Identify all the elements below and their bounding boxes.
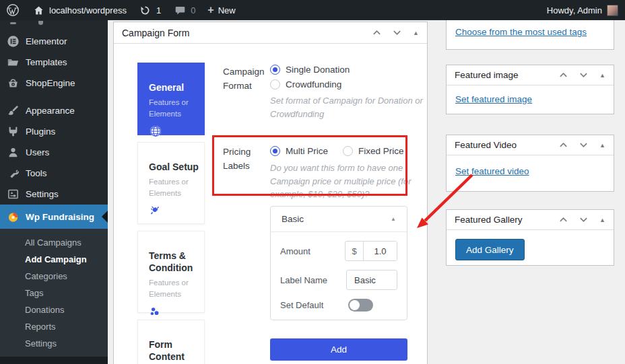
move-down-icon[interactable]: [579, 217, 588, 223]
move-up-icon[interactable]: [559, 72, 568, 78]
move-down-icon[interactable]: [579, 72, 588, 78]
radio-fixed-price[interactable]: Fixed Price: [343, 146, 404, 156]
sidebar-item-appearance[interactable]: Appearance: [0, 100, 108, 121]
sidebar-item-label: Plugins: [26, 126, 55, 137]
submenu-item-settings[interactable]: Settings: [0, 335, 108, 352]
amount-row: Amount $: [271, 241, 407, 261]
sidebar-item-label: Elementor: [26, 36, 67, 46]
submenu-item-categories[interactable]: Categories: [0, 268, 108, 285]
add-gallery-label: Add Gallery: [466, 245, 514, 255]
tab-goal-setup[interactable]: Goal Setup Features or Elements: [137, 142, 205, 224]
add-price-button[interactable]: Add: [270, 338, 407, 361]
move-down-icon[interactable]: [393, 30, 401, 36]
tab-subtitle: Features or Elements: [149, 97, 199, 119]
featured-gallery-header[interactable]: Featured Gallery ▲: [447, 210, 614, 230]
move-up-icon[interactable]: [372, 30, 381, 36]
site-name-menu[interactable]: localhost/wordpress: [26, 0, 133, 20]
submenu-item-tags[interactable]: Tags: [0, 285, 108, 301]
new-content-menu[interactable]: + New: [201, 0, 241, 20]
tab-form-content[interactable]: Form Content Features or Elements: [137, 320, 205, 364]
updates-count: 1: [156, 5, 161, 15]
submenu-item-add-campaign[interactable]: Add Campaign: [0, 251, 108, 268]
submenu-label: Add Campaign: [25, 254, 87, 264]
comments-count: 0: [191, 5, 195, 15]
sidebar-item-tools[interactable]: Tools: [0, 163, 108, 184]
label-name-input[interactable]: [346, 270, 397, 290]
sidebar-item-plugins[interactable]: Plugins: [0, 121, 108, 142]
sidebar-item-label: Users: [26, 147, 49, 157]
currency-symbol: $: [346, 242, 364, 260]
sidebar-item-shopengine[interactable]: ShopEngine: [0, 73, 108, 94]
sidebar-item-users[interactable]: Users: [0, 142, 108, 163]
move-down-icon[interactable]: [579, 142, 588, 148]
amount-input[interactable]: [364, 242, 397, 260]
featured-image-panel: Featured image ▲ Set featured image: [446, 65, 614, 114]
radio-crowdfunding[interactable]: Crowdfunding: [270, 79, 350, 89]
radio-single-donation[interactable]: Single Donation: [270, 65, 350, 75]
pricing-labels-label: Pricing Labels: [223, 145, 274, 174]
comments-menu[interactable]: 0: [167, 0, 201, 20]
radio-multi-price[interactable]: Multi Price: [270, 146, 328, 156]
set-featured-image-link[interactable]: Set featured image: [455, 94, 532, 104]
toggle-panel-icon[interactable]: ▲: [413, 30, 419, 36]
updates-icon: [139, 3, 152, 17]
submenu-label: Donations: [25, 305, 65, 315]
home-icon: [32, 3, 45, 17]
sidebar-item-elementor[interactable]: Elementor: [0, 31, 108, 52]
featured-video-header[interactable]: Featured Video ▲: [447, 135, 614, 155]
updates-menu[interactable]: 1: [133, 0, 167, 20]
radio-unselected-icon: [343, 146, 353, 156]
amount-label: Amount: [280, 246, 345, 256]
submenu-item-all-campaigns[interactable]: All Campaigns: [0, 234, 108, 251]
admin-bar: localhost/wordpress 1 0 + New Howdy, Adm…: [0, 0, 625, 20]
pricing-labels-help: Do you want this form to have one Campai…: [270, 161, 428, 201]
new-label: New: [218, 5, 236, 15]
globe-icon: [149, 129, 162, 140]
add-gallery-button[interactable]: Add Gallery: [455, 239, 525, 260]
collapse-menu-strip[interactable]: [0, 357, 108, 364]
cart-gear-icon: [6, 77, 20, 90]
sidebar-item-templates[interactable]: Templates: [0, 52, 108, 73]
launch-icon: [149, 207, 161, 218]
admin-bar-account[interactable]: Howdy, Admin: [547, 5, 625, 16]
wp-fundraising-submenu: All Campaigns Add Campaign Categories Ta…: [0, 229, 108, 357]
submenu-item-donations[interactable]: Donations: [0, 301, 108, 318]
panel-title: Featured image: [455, 70, 519, 80]
tab-title: Form Content: [149, 338, 199, 363]
elementor-icon: [6, 35, 20, 48]
label-name-row: Label Name: [271, 270, 407, 290]
price-item-header[interactable]: Basic ▲: [271, 207, 407, 232]
submenu-item-reports[interactable]: Reports: [0, 318, 108, 335]
toggle-knob: [350, 300, 360, 310]
sliders-icon: [6, 188, 20, 201]
toggle-panel-icon[interactable]: ▲: [599, 142, 605, 149]
most-used-tags-link[interactable]: Choose from the most used tags: [455, 27, 587, 37]
molecule-icon: [149, 307, 161, 319]
collapse-triangle-icon[interactable]: ▲: [391, 216, 396, 222]
tab-general[interactable]: General Features or Elements: [137, 63, 205, 135]
move-up-icon[interactable]: [559, 142, 568, 148]
tab-terms-condition[interactable]: Terms & Condition Features or Elements: [137, 231, 205, 313]
toggle-panel-icon[interactable]: ▲: [599, 72, 605, 79]
set-featured-video-link[interactable]: Set featured video: [455, 166, 529, 176]
sidebar-item-wp-fundraising[interactable]: Wp Fundraising: [0, 205, 108, 229]
admin-sidebar: Elementor Templates ShopEngine Appearanc…: [0, 20, 108, 364]
toggle-panel-icon[interactable]: ▲: [599, 217, 605, 223]
tab-title: Goal Setup: [149, 161, 199, 173]
set-default-toggle[interactable]: [348, 299, 373, 312]
sidebar-item-label: Templates: [26, 57, 67, 67]
radio-selected-icon: [270, 146, 280, 156]
howdy-label: Howdy, Admin: [547, 5, 602, 15]
tab-title: General: [149, 81, 199, 94]
add-button-label: Add: [331, 344, 347, 355]
submenu-label: All Campaigns: [25, 238, 81, 248]
wp-logo-menu[interactable]: [0, 0, 26, 20]
label-name-label: Label Name: [280, 275, 346, 285]
metabox-header: Campaign Form ▲: [114, 22, 427, 44]
folder-icon: [6, 56, 20, 69]
move-up-icon[interactable]: [559, 217, 568, 223]
radio-selected-icon: [270, 65, 280, 75]
featured-image-header[interactable]: Featured image ▲: [447, 65, 614, 85]
sidebar-item-settings[interactable]: Settings: [0, 184, 108, 205]
menu-separator: [0, 94, 108, 100]
